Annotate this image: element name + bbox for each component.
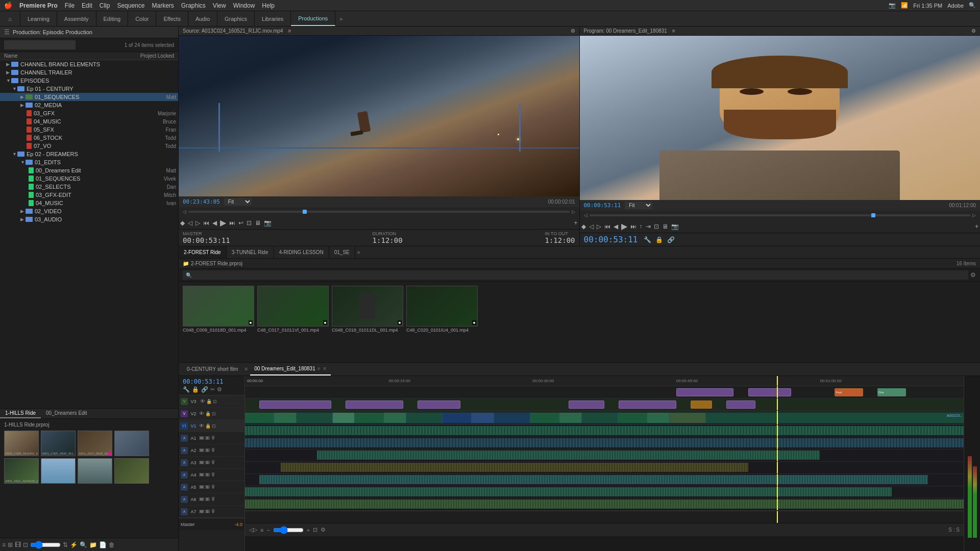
more-tabs-button[interactable]: » [335, 16, 347, 22]
tree-item-channel-trailer[interactable]: ▶ CHANNEL TRAILER [0, 68, 178, 77]
lane-a5[interactable] [245, 474, 964, 486]
source-video-area[interactable] [179, 36, 579, 196]
source-fit-select[interactable]: Fit 25% 50% 100% [224, 198, 252, 206]
tab-graphics[interactable]: Graphics [217, 11, 255, 26]
audio-a7-clip[interactable] [245, 499, 964, 509]
clip-search-input[interactable] [183, 270, 968, 280]
list-view-icon[interactable]: ≡ [2, 541, 6, 548]
program-add[interactable]: + [975, 223, 978, 230]
tl-zoom-slider[interactable] [273, 528, 304, 533]
audio-a5-clip[interactable] [259, 475, 927, 484]
new-item-icon[interactable]: 📄 [99, 541, 107, 548]
audio-a2-clip[interactable] [245, 438, 964, 447]
program-wrench-icon[interactable]: 🔧 [644, 236, 651, 243]
v3-settings[interactable]: ⊡ [213, 399, 217, 404]
thumbnail-size-slider[interactable] [30, 542, 61, 548]
clip-v2-2[interactable] [346, 400, 403, 409]
new-bin-icon[interactable]: 📁 [89, 541, 97, 548]
program-lift[interactable]: ↑ [640, 223, 643, 230]
tl-btn-in-out[interactable]: ◁▷ [249, 527, 257, 533]
timeline-tab-dreamers[interactable]: 00 Dreamers_Edit_180831 ≡ ✕ [250, 363, 330, 375]
a3-sync-icon[interactable]: A [181, 459, 188, 466]
tree-item-video02[interactable]: ▶ 02_VIDEO [0, 207, 178, 215]
thumbnail-item[interactable] [114, 431, 149, 456]
program-add-marker[interactable]: ◆ [581, 223, 586, 230]
clip-v2-5[interactable] [619, 400, 676, 409]
tree-item-gfx-edit[interactable]: 03_GFX-EDIT Mitch [0, 191, 178, 199]
tree-item-media01[interactable]: ▶ 02_MEDIA [0, 101, 178, 109]
tab-assembly[interactable]: Assembly [57, 11, 96, 26]
timeline-tab-close-century[interactable]: ✕ [244, 366, 248, 372]
apple-logo[interactable]: 🍎 [4, 2, 12, 9]
v2-eye[interactable]: 👁 [199, 411, 204, 416]
lane-v2[interactable] [245, 398, 964, 411]
clip-item-2[interactable]: ■ C48_C017_01011Vl_001.mp4 [257, 286, 329, 334]
tree-item-ep02[interactable]: ▼ Ep 02 - DREAMERS [0, 150, 178, 158]
program-extract[interactable]: ⇥ [646, 223, 651, 230]
project-search-input[interactable] [4, 40, 76, 49]
clip-tab-tunnel[interactable]: 3-TUNNEL Ride [227, 246, 274, 258]
tree-item-channel-brand[interactable]: ▶ CHANNEL BRAND ELEMENTS [0, 60, 178, 68]
tl-tool-settings[interactable]: ⚙ [217, 386, 222, 393]
program-settings-icon[interactable]: ⚙ [971, 28, 976, 34]
tree-item-episodes[interactable]: ▼ EPISODES [0, 77, 178, 85]
a5-sync-icon[interactable]: A [181, 484, 188, 491]
clip-v2-3[interactable] [418, 400, 460, 409]
tree-item-music01[interactable]: 04_MUSIC Bruce [0, 117, 178, 126]
lane-v1[interactable]: A001C0... [245, 411, 964, 425]
thumbnail-item[interactable] [78, 458, 112, 484]
program-safe[interactable]: ⊡ [654, 223, 659, 230]
menu-markers[interactable]: Markers [152, 2, 174, 9]
program-lock-icon[interactable]: 🔒 [655, 236, 663, 243]
clip-v2-1[interactable] [259, 400, 331, 409]
a5-mic[interactable]: 🎙 [211, 484, 216, 490]
timeline-ruler[interactable]: 00:00:00 00:00:15:00 00:00:30:00 00:00:4… [245, 376, 964, 386]
a5-mute[interactable]: M [199, 485, 204, 489]
v3-lock[interactable]: 🔒 [206, 399, 212, 404]
clip-item-3[interactable]: ■ C048_C018_01011DL_001.mp4 [332, 286, 403, 334]
find-icon[interactable]: 🔍 [80, 541, 87, 548]
tab-productions[interactable]: Productions [291, 11, 335, 26]
btab-dreamers[interactable]: 00_Dreamers Edit [41, 409, 92, 418]
tl-tool-link[interactable]: 🔗 [201, 386, 208, 393]
thumbnail-item[interactable] [114, 458, 149, 484]
a4-mute[interactable]: M [199, 473, 204, 477]
program-play[interactable]: ▶ [621, 221, 627, 231]
v3-sync-icon[interactable]: V [181, 398, 188, 405]
delete-icon[interactable]: 🗑 [109, 541, 115, 548]
clip-v3-2[interactable] [748, 388, 791, 396]
tl-tool-magnet[interactable]: 🔧 [183, 386, 190, 393]
program-play-back[interactable]: ◀ [614, 223, 618, 230]
tree-item-stock01[interactable]: 06_STOCK Todd [0, 134, 178, 142]
add-button[interactable]: + [574, 219, 577, 227]
tl-btn-zoom-in[interactable]: + [307, 527, 310, 533]
a5-solo[interactable]: S [205, 485, 210, 489]
clip-tab-forest[interactable]: 2-FOREST Ride [179, 246, 227, 258]
menu-clip[interactable]: Clip [100, 2, 110, 9]
source-settings-icon[interactable]: ⚙ [571, 28, 575, 34]
clip-settings-icon[interactable]: ⚙ [970, 271, 976, 279]
add-marker-icon[interactable]: ◆ [180, 219, 185, 227]
clip-tabs-more[interactable]: » [355, 249, 362, 255]
step-back-icon[interactable]: ⏮ [203, 219, 209, 227]
a6-solo[interactable]: S [205, 497, 210, 501]
thumbnail-item[interactable]: A001_2017_0926_010.mp4 [78, 431, 112, 456]
menu-view[interactable]: View [213, 2, 226, 9]
a1-sync-icon[interactable]: A [181, 435, 188, 442]
v3-eye[interactable]: 👁 [200, 398, 205, 404]
tree-item-audio03[interactable]: ▶ 03_AUDIO [0, 215, 178, 223]
menu-window[interactable]: Window [233, 2, 255, 9]
v1-active-icon[interactable]: V1 [181, 422, 188, 430]
menu-sequence[interactable]: Sequence [117, 2, 144, 9]
a4-sync-icon[interactable]: A [181, 471, 188, 479]
clip-v2-7[interactable] [726, 400, 755, 409]
camera-capture-icon[interactable]: 📷 [264, 219, 272, 227]
out-point-icon[interactable]: ▷ [195, 219, 200, 227]
program-step-back[interactable]: ⏮ [604, 223, 610, 230]
grid-view-icon[interactable]: ⊞ [8, 541, 13, 548]
search-icon[interactable]: 🔍 [969, 2, 976, 9]
thumbnail-item[interactable] [41, 458, 76, 484]
tree-item-sequences02[interactable]: 01_SEQUENCES Vivek [0, 174, 178, 183]
a4-solo[interactable]: S [205, 473, 210, 477]
program-video-area[interactable] [580, 36, 981, 200]
